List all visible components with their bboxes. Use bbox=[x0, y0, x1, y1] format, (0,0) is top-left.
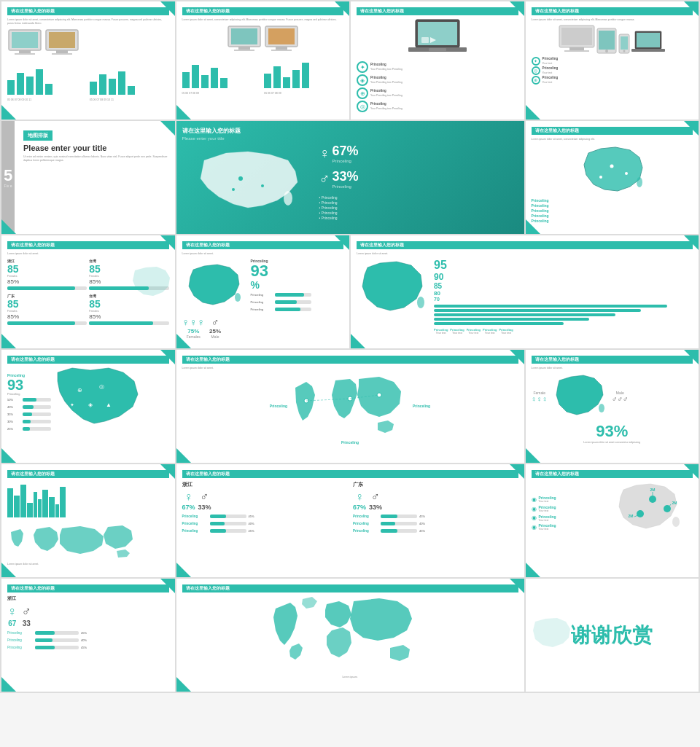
bar bbox=[192, 65, 199, 88]
item-label: Princeling bbox=[370, 89, 402, 94]
slide-2-1-content: 5 Fiv e 地图排版 Please enter your title Ut … bbox=[23, 127, 169, 163]
male-pct-gd: 33% bbox=[369, 504, 382, 511]
slide-2-3: 请在这里输入您的标题 Lorem ipsum dolor sit amet, c… bbox=[526, 121, 699, 234]
male-group: ♂ 25% Male bbox=[209, 316, 221, 339]
prog-fill bbox=[275, 300, 297, 304]
bar-chart-4 bbox=[264, 59, 343, 88]
h-bar bbox=[434, 309, 641, 312]
svg-rect-5 bbox=[49, 32, 75, 48]
region-pct: 85% bbox=[89, 313, 168, 320]
item-row: ◎ Princeling Your Penciling two Pencilin… bbox=[357, 101, 518, 112]
sub-item: Princeling Your text bbox=[450, 328, 464, 335]
female-group-zj: ♀ 67% bbox=[182, 490, 195, 511]
male-group-zj: ♂ 33% bbox=[198, 490, 211, 511]
corner-bl-decor bbox=[176, 448, 191, 463]
china-bg-map bbox=[128, 265, 171, 304]
item-row: ◈ Princeling Your Penciling two Pencilin… bbox=[357, 74, 518, 86]
bar bbox=[42, 490, 48, 517]
slide-header: 请在这里输入您的标题 bbox=[357, 241, 693, 249]
left-item: Princeling bbox=[270, 404, 287, 408]
items-col: ◉ Princeling Your text ◉ Princeling Your… bbox=[532, 494, 610, 533]
world-caption: Lorem ipsum. bbox=[182, 676, 518, 679]
pin-desc: Your text bbox=[539, 519, 556, 523]
item-icon: ⊕ bbox=[532, 76, 540, 85]
item: • Princeling bbox=[319, 211, 359, 215]
row-2: 5 Fiv e 地图排版 Please enter your title Ut … bbox=[1, 121, 699, 234]
pin-content: Princeling Your text bbox=[539, 523, 556, 531]
page-wrapper: 请在这里输入您的标题 Lorem ipsum dolor sit amet, c… bbox=[0, 0, 700, 693]
bar bbox=[201, 75, 209, 88]
svg-rect-33 bbox=[637, 33, 660, 47]
female-icon-6: ♀ bbox=[7, 604, 18, 619]
monitor-2 bbox=[44, 28, 79, 59]
stat-93: 93 bbox=[251, 263, 311, 279]
bar bbox=[7, 80, 15, 95]
prog-val: 25% bbox=[7, 427, 20, 431]
pin-icon: ◉ bbox=[532, 515, 537, 521]
pin-label: Princeling bbox=[539, 515, 556, 519]
thanks-text: 谢谢欣赏 bbox=[571, 622, 653, 649]
svg-rect-15 bbox=[271, 50, 292, 51]
slide-5-3: 请在这里输入您的标题 ◉ Princeling Your text ◉ bbox=[526, 464, 699, 577]
svg-point-41 bbox=[625, 172, 628, 175]
body-text: Ut enim ad minim veniam, quis nostrud ex… bbox=[23, 155, 169, 163]
prog-row: Princeling 45% bbox=[182, 513, 348, 520]
body-text: Lorem ipsum dolor sit amet. bbox=[182, 252, 344, 256]
monitors-row bbox=[182, 25, 344, 52]
bar bbox=[27, 503, 33, 517]
svg-rect-25 bbox=[564, 50, 589, 52]
prog-bar bbox=[210, 515, 246, 518]
svg-point-39 bbox=[637, 177, 642, 187]
svg-rect-2 bbox=[19, 50, 31, 53]
bar bbox=[36, 69, 43, 95]
pin-label: Princeling bbox=[539, 505, 556, 509]
corner-decor bbox=[510, 579, 524, 593]
items-list: ✦ Princeling Your Penciling two Pencilin… bbox=[357, 61, 518, 112]
svg-rect-23 bbox=[561, 28, 592, 45]
prog-bar bbox=[35, 631, 79, 635]
prog-num: 40% bbox=[419, 522, 428, 525]
corner-bl-decor bbox=[1, 219, 16, 234]
slide-header-2-2: 请在这里输入您的标题 bbox=[182, 127, 518, 135]
item: • Princeling bbox=[319, 216, 359, 220]
progress-bars: Princeling Princeling Princeling bbox=[251, 292, 311, 313]
prog-row: Princeling 45% bbox=[182, 528, 348, 534]
china-map-pins: 2M 2M 2M bbox=[612, 481, 693, 546]
slide-header: 请在这里输入您的标题 bbox=[532, 470, 693, 478]
svg-point-57 bbox=[649, 496, 656, 503]
svg-point-37 bbox=[261, 184, 264, 187]
region-value: 85 bbox=[7, 298, 87, 310]
svg-rect-14 bbox=[276, 47, 287, 50]
person-icon-female: ♀ bbox=[319, 145, 330, 162]
corner-bl-decor bbox=[1, 448, 16, 463]
prog-label: Princeling bbox=[251, 293, 273, 297]
svg-rect-21 bbox=[429, 48, 446, 51]
h-bar bbox=[434, 313, 615, 316]
corner-decor bbox=[510, 464, 524, 479]
slide-header: 请在这里输入您的标题 bbox=[7, 584, 169, 592]
slide-2-1: 5 Fiv e 地图排版 Please enter your title Ut … bbox=[1, 121, 175, 234]
prog-row: Princeling bbox=[251, 292, 311, 298]
svg-point-42 bbox=[599, 176, 602, 179]
prog-bar bbox=[23, 398, 51, 402]
corner-decor bbox=[160, 1, 175, 16]
slide-4-3: 请在这里输入您的标题 Lorem ipsum dolor sit amet. F… bbox=[526, 350, 699, 463]
sub-desc: Your text bbox=[450, 332, 464, 335]
item-icon: ⊕ bbox=[357, 87, 368, 99]
prog-bar bbox=[275, 308, 311, 311]
female-icon-gd: ♀ bbox=[353, 490, 366, 504]
region-pct: 85% bbox=[7, 313, 87, 320]
region-progress bbox=[7, 321, 87, 325]
sub-item: Princeling Your text bbox=[467, 328, 481, 335]
prog-row: Princeling 40% bbox=[353, 520, 518, 527]
corner-decor bbox=[160, 121, 175, 136]
prog-label: Princeling bbox=[7, 638, 33, 642]
svg-point-63 bbox=[637, 510, 644, 517]
item-row: ⊕ Princeling Your text bbox=[532, 76, 693, 85]
male-pct: 25% bbox=[209, 328, 221, 335]
female-6: ♀ 67 bbox=[7, 604, 18, 627]
svg-rect-18 bbox=[421, 37, 429, 43]
bar bbox=[264, 74, 271, 88]
region-progress bbox=[89, 321, 168, 325]
chart-labels-2: 05 06 07 08 09 bbox=[264, 92, 343, 95]
